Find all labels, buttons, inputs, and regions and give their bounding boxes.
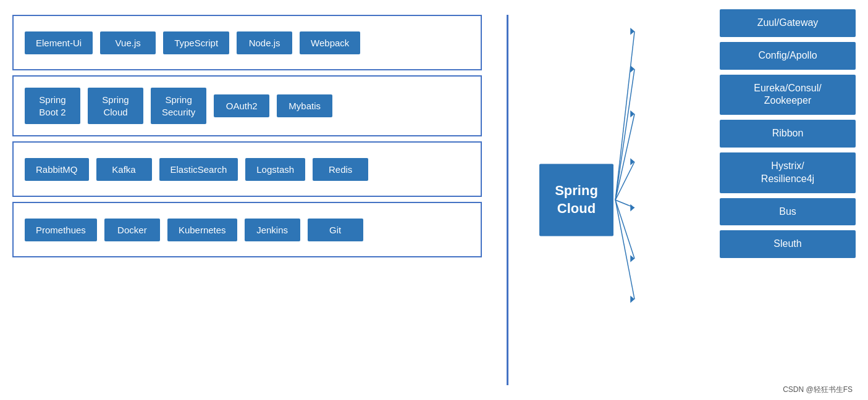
badge-spring-cloud-left: SpringCloud bbox=[88, 88, 143, 124]
svg-marker-13 bbox=[630, 296, 634, 303]
group-row-2: SpringBoot 2 SpringCloud SpringSecurity … bbox=[12, 75, 482, 136]
right-section: SpringCloud Zuul/Gateway Config/Apollo E… bbox=[521, 0, 868, 400]
spring-cloud-center: SpringCloud bbox=[539, 164, 613, 236]
badge-sleuth: Sleuth bbox=[720, 230, 856, 258]
badge-spring-boot: SpringBoot 2 bbox=[25, 88, 80, 124]
watermark: CSDN @轻狂书生FS bbox=[783, 385, 853, 395]
badge-redis: Redis bbox=[313, 158, 368, 181]
badge-nodejs: Node.js bbox=[237, 31, 292, 54]
badge-oauth2: OAuth2 bbox=[214, 94, 269, 117]
svg-marker-8 bbox=[630, 65, 634, 73]
main-container: Element-Ui Vue.js TypeScript Node.js Web… bbox=[0, 0, 868, 400]
svg-line-3 bbox=[615, 162, 634, 200]
svg-line-1 bbox=[615, 69, 634, 200]
badge-vuejs: Vue.js bbox=[100, 31, 156, 54]
svg-line-4 bbox=[615, 200, 634, 208]
badge-git: Git bbox=[308, 219, 363, 241]
badge-element-ui: Element-Ui bbox=[25, 31, 93, 54]
badge-eureka-consul: Eureka/Consul/Zookeeper bbox=[720, 75, 856, 115]
badge-zuul-gateway: Zuul/Gateway bbox=[720, 9, 856, 37]
badge-promethues: Promethues bbox=[25, 219, 97, 241]
svg-line-6 bbox=[615, 200, 634, 299]
badge-config-apollo: Config/Apollo bbox=[720, 42, 856, 70]
group-row-4: Promethues Docker Kubernetes Jenkins Git bbox=[12, 202, 482, 257]
badge-hystrix: Hystrix/Resilience4j bbox=[720, 152, 856, 193]
badge-kafka: Kafka bbox=[96, 158, 152, 181]
left-section: Element-Ui Vue.js TypeScript Node.js Web… bbox=[0, 9, 494, 391]
badge-webpack: Webpack bbox=[300, 31, 360, 54]
badge-jenkins: Jenkins bbox=[245, 219, 300, 241]
badge-bus: Bus bbox=[720, 198, 856, 226]
badge-docker: Docker bbox=[104, 219, 160, 241]
svg-line-0 bbox=[615, 31, 634, 200]
vertical-divider bbox=[507, 15, 508, 385]
badge-typescript: TypeScript bbox=[163, 31, 229, 54]
badge-kubernetes: Kubernetes bbox=[167, 219, 237, 241]
badge-logstash: Logstash bbox=[245, 158, 305, 181]
badge-ribbon: Ribbon bbox=[720, 120, 856, 148]
badge-spring-security: SpringSecurity bbox=[151, 88, 206, 124]
svg-marker-7 bbox=[630, 28, 634, 35]
group-row-1: Element-Ui Vue.js TypeScript Node.js Web… bbox=[12, 15, 482, 70]
right-badges-list: Zuul/Gateway Config/Apollo Eureka/Consul… bbox=[720, 9, 856, 258]
svg-line-2 bbox=[615, 114, 634, 200]
badge-elasticsearch: ElasticSearch bbox=[159, 158, 238, 181]
badge-rabbitmq: RabbitMQ bbox=[25, 158, 89, 181]
svg-marker-11 bbox=[630, 204, 634, 212]
svg-line-5 bbox=[615, 200, 634, 259]
group-row-3: RabbitMQ Kafka ElasticSearch Logstash Re… bbox=[12, 141, 482, 197]
svg-marker-9 bbox=[630, 110, 634, 118]
svg-marker-12 bbox=[630, 255, 634, 262]
svg-marker-10 bbox=[630, 158, 634, 165]
badge-mybatis: Mybatis bbox=[277, 94, 332, 117]
